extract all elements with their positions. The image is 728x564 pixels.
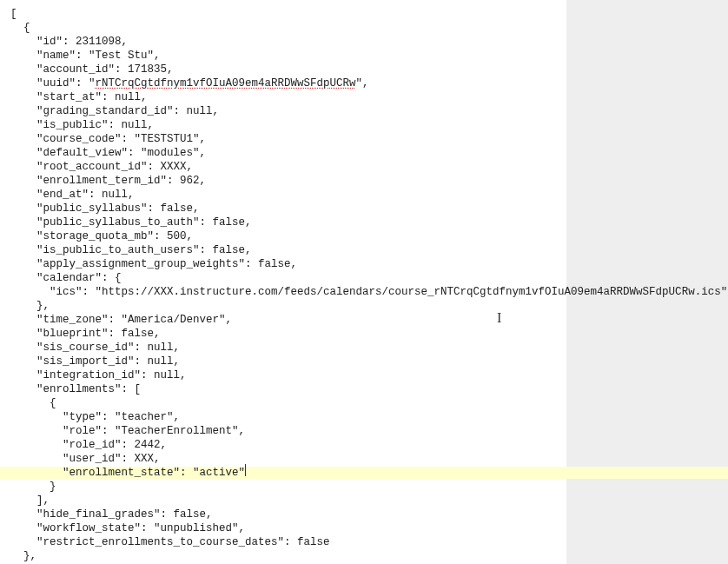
line[interactable]: [: [10, 8, 17, 20]
line-enrollments-close[interactable]: ],: [10, 494, 50, 507]
line-enroll-user-id[interactable]: "user_id": XXX,: [10, 453, 161, 465]
line-blueprint[interactable]: "blueprint": false,: [10, 328, 161, 340]
line-public-syllabus[interactable]: "public_syllabus": false,: [10, 202, 200, 215]
line-start-at[interactable]: "start_at": null,: [10, 91, 148, 103]
line-root-account[interactable]: "root_account_id": XXXX,: [10, 161, 193, 173]
line-enroll-type[interactable]: "type": "teacher",: [10, 411, 180, 423]
code-editor[interactable]: [ { "id": 2311098, "name": "Test Stu", "…: [0, 0, 566, 564]
line-storage-quota[interactable]: "storage_quota_mb": 500,: [10, 230, 193, 242]
line[interactable]: {: [10, 22, 30, 34]
line-enroll-state[interactable]: "enrollment_state": "active": [10, 467, 245, 479]
line-enroll-obj-open[interactable]: {: [10, 397, 56, 409]
line-apply-weights[interactable]: "apply_assignment_group_weights": false,: [10, 258, 297, 270]
line-integration[interactable]: "integration_id": null,: [10, 369, 187, 382]
line-enrollment-term[interactable]: "enrollment_term_id": 962,: [10, 175, 206, 187]
line-close-brace[interactable]: },: [10, 550, 36, 562]
line-grading-standard[interactable]: "grading_standard_id": null,: [10, 105, 219, 117]
line-enroll-role-id[interactable]: "role_id": 2442,: [10, 439, 167, 451]
line-enroll-role[interactable]: "role": "TeacherEnrollment",: [10, 425, 245, 437]
line-course-code[interactable]: "course_code": "TESTSTU1",: [10, 133, 206, 145]
line-enroll-obj-close[interactable]: }: [10, 481, 56, 493]
line-uuid[interactable]: "uuid": "rNTCrqCgtdfnym1vfOIuA09em4aRRDW…: [10, 77, 369, 90]
line-restrict[interactable]: "restrict_enrollments_to_course_dates": …: [10, 536, 330, 548]
line-public-auth-users[interactable]: "is_public_to_auth_users": false,: [10, 244, 252, 256]
line-default-view[interactable]: "default_view": "modules",: [10, 147, 206, 159]
line-enrollments-open[interactable]: "enrollments": [: [10, 383, 141, 395]
code-block: [ { "id": 2311098, "name": "Test Stu", "…: [0, 0, 566, 564]
line-calendar-open[interactable]: "calendar": {: [10, 272, 122, 284]
line-hide-final-grades[interactable]: "hide_final_grades": false,: [10, 508, 213, 521]
line-calendar-close[interactable]: },: [10, 300, 50, 312]
uuid-value[interactable]: rNTCrqCgtdfnym1vfOIuA09em4aRRDWwSFdpUCRw: [96, 77, 356, 90]
line-sis-course[interactable]: "sis_course_id": null,: [10, 342, 180, 354]
line-name[interactable]: "name": "Test Stu",: [10, 50, 161, 62]
line-account-id[interactable]: "account_id": 171835,: [10, 63, 174, 76]
line-workflow-state[interactable]: "workflow_state": "unpublished",: [10, 522, 245, 534]
line-time-zone[interactable]: "time_zone": "America/Denver",: [10, 314, 232, 326]
line-end-at[interactable]: "end_at": null,: [10, 189, 135, 201]
line-sis-import[interactable]: "sis_import_id": null,: [10, 355, 180, 368]
line-public-syllabus-auth[interactable]: "public_syllabus_to_auth": false,: [10, 216, 252, 229]
line-ics[interactable]: "ics": "https://XXX.instructure.com/feed…: [10, 286, 727, 298]
line-id[interactable]: "id": 2311098,: [10, 36, 128, 48]
line-is-public[interactable]: "is_public": null,: [10, 119, 154, 131]
